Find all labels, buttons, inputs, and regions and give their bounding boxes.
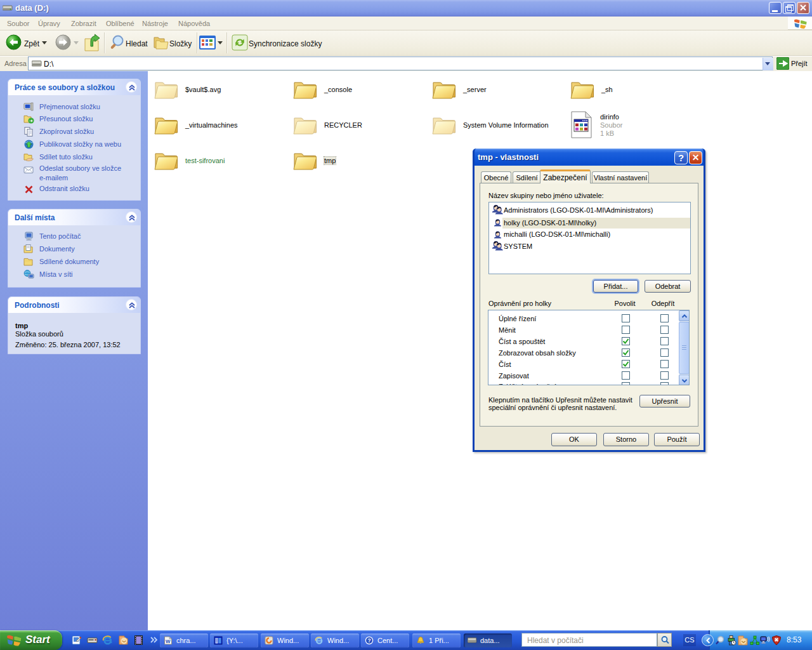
svg-text:W: W [166, 639, 171, 644]
svg-text:?: ? [368, 637, 371, 644]
